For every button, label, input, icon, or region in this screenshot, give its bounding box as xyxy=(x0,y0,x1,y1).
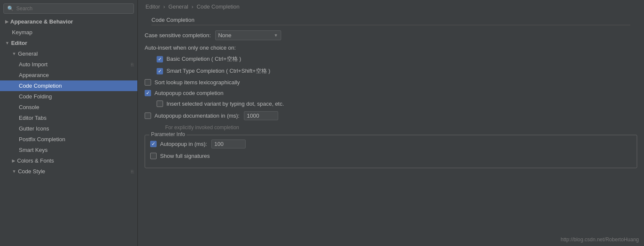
autopopup-label: Autopopup code completion xyxy=(154,90,223,96)
case-sensitive-value: None xyxy=(218,32,274,39)
sidebar-item-code-folding[interactable]: Code Folding xyxy=(0,91,137,102)
sidebar-item-colors-fonts[interactable]: ▶ Colors & Fonts xyxy=(0,155,137,166)
param-autopopup-checkbox[interactable] xyxy=(150,141,157,147)
parameter-info-title: Parameter Info xyxy=(149,131,187,137)
copy-icon: ⎘ xyxy=(131,62,134,67)
param-autopopup-label: Autopopup in (ms): xyxy=(160,141,207,147)
sidebar: 🔍 ▶ Appearance & Behavior Keymap ▼ Edito… xyxy=(0,0,138,246)
breadcrumb-editor: Editor xyxy=(145,3,160,10)
case-sensitive-label: Case sensitive completion: xyxy=(145,32,211,39)
sidebar-item-label: Gutter Icons xyxy=(19,125,49,132)
sidebar-item-appearance-behavior[interactable]: ▶ Appearance & Behavior xyxy=(0,16,137,27)
basic-completion-checkbox[interactable] xyxy=(157,56,163,62)
settings-body: Code Completion Case sensitive completio… xyxy=(138,13,644,172)
sidebar-item-editor-tabs[interactable]: Editor Tabs xyxy=(0,113,137,123)
sidebar-item-keymap[interactable]: Keymap xyxy=(0,27,137,38)
search-icon: 🔍 xyxy=(7,6,14,12)
autopopup-doc-label: Autopopup documentation in (ms): xyxy=(154,113,240,119)
sidebar-item-smart-keys[interactable]: Smart Keys xyxy=(0,145,137,155)
case-sensitive-row: Case sensitive completion: None ▼ xyxy=(145,30,637,40)
hint-text: For explicitly invoked completion xyxy=(165,124,637,130)
smart-type-label: Smart Type Completion ( Ctrl+Shift+空格 ) xyxy=(166,67,270,75)
arrow-icon: ▶ xyxy=(5,19,9,24)
sidebar-item-label: Code Completion xyxy=(19,83,62,89)
search-box[interactable]: 🔍 xyxy=(3,3,134,14)
search-input[interactable] xyxy=(16,6,130,12)
copy-icon: ⎘ xyxy=(131,169,134,174)
autopopup-doc-row: Autopopup documentation in (ms): xyxy=(145,111,637,120)
sidebar-item-label: Editor xyxy=(11,40,27,46)
sidebar-item-gutter-icons[interactable]: Gutter Icons xyxy=(0,123,137,134)
sidebar-item-appearance[interactable]: Appearance xyxy=(0,70,137,80)
sort-lookup-label: Sort lookup items lexicographically xyxy=(154,79,240,86)
basic-completion-row: Basic Completion ( Ctrl+空格 ) xyxy=(145,55,637,63)
chevron-down-icon: ▼ xyxy=(274,33,278,38)
sidebar-item-label: Keymap xyxy=(12,29,33,36)
case-sensitive-dropdown[interactable]: None ▼ xyxy=(215,30,281,40)
watermark: http://blog.csdn.net/RobertoHuang xyxy=(561,237,639,243)
param-autopopup-row: Autopopup in (ms): xyxy=(150,139,632,148)
sort-lookup-checkbox[interactable] xyxy=(145,79,151,86)
parameter-info-group: Parameter Info Autopopup in (ms): Show f… xyxy=(145,135,637,168)
arrow-icon: ▶ xyxy=(12,158,15,163)
show-full-signatures-row: Show full signatures xyxy=(150,153,632,159)
basic-completion-label: Basic Completion ( Ctrl+空格 ) xyxy=(166,55,241,63)
sidebar-item-label: Smart Keys xyxy=(19,147,47,153)
sidebar-item-postfix-completion[interactable]: Postfix Completion xyxy=(0,134,137,145)
arrow-icon: ▼ xyxy=(12,169,16,174)
arrow-icon: ▼ xyxy=(12,51,16,56)
breadcrumb-sep2: › xyxy=(191,3,195,10)
autopopup-row: Autopopup code completion xyxy=(145,90,637,96)
sidebar-item-editor[interactable]: ▼ Editor xyxy=(0,38,137,48)
sidebar-item-auto-import[interactable]: Auto Import ⎘ xyxy=(0,59,137,70)
main-content: Editor › General › Code Completion Code … xyxy=(138,0,644,246)
param-autopopup-input[interactable] xyxy=(211,139,246,148)
sidebar-item-console[interactable]: Console xyxy=(0,102,137,113)
breadcrumb-sep1: › xyxy=(163,3,167,10)
insert-variant-checkbox[interactable] xyxy=(157,101,163,107)
autopopup-doc-checkbox[interactable] xyxy=(145,113,151,119)
sidebar-item-code-completion[interactable]: Code Completion xyxy=(0,80,137,91)
sidebar-item-label: Console xyxy=(19,104,39,110)
auto-insert-row: Auto-insert when only one choice on: xyxy=(145,44,637,51)
sort-lookup-row: Sort lookup items lexicographically xyxy=(145,79,637,86)
sidebar-item-label: Code Style xyxy=(18,168,45,175)
insert-variant-label: Insert selected variant by typing dot, s… xyxy=(166,101,284,107)
section-title: Code Completion xyxy=(151,17,630,25)
autopopup-doc-input[interactable] xyxy=(244,111,278,120)
insert-variant-row: Insert selected variant by typing dot, s… xyxy=(145,101,637,107)
breadcrumb-code-completion: Code Completion xyxy=(196,3,239,10)
auto-insert-label: Auto-insert when only one choice on: xyxy=(145,44,236,51)
show-full-signatures-checkbox[interactable] xyxy=(150,153,157,159)
arrow-icon: ▼ xyxy=(5,41,9,45)
sidebar-item-label: Auto Import xyxy=(19,61,47,68)
sidebar-item-code-style[interactable]: ▼ Code Style ⎘ xyxy=(0,166,137,177)
sidebar-item-label: Appearance xyxy=(19,72,49,78)
sidebar-item-general[interactable]: ▼ General xyxy=(0,48,137,59)
smart-type-checkbox[interactable] xyxy=(157,68,163,74)
sidebar-item-label: Postfix Completion xyxy=(19,136,65,142)
sidebar-item-label: General xyxy=(18,50,38,57)
sidebar-item-label: Code Folding xyxy=(19,93,52,100)
sidebar-item-label: Appearance & Behavior xyxy=(10,18,73,25)
autopopup-checkbox[interactable] xyxy=(145,90,151,96)
breadcrumb: Editor › General › Code Completion xyxy=(138,0,644,13)
show-full-signatures-label: Show full signatures xyxy=(160,153,210,159)
breadcrumb-general: General xyxy=(169,3,188,10)
smart-type-row: Smart Type Completion ( Ctrl+Shift+空格 ) xyxy=(145,67,637,75)
sidebar-item-label: Colors & Fonts xyxy=(17,157,54,164)
sidebar-item-label: Editor Tabs xyxy=(19,115,47,121)
